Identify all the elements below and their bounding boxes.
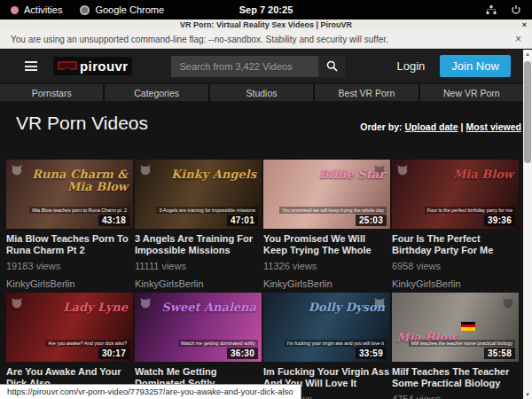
thumbnail-overlay-text: Sweet Analena xyxy=(161,301,256,314)
video-studio-link[interactable]: KinkyGirlsBerlin xyxy=(6,278,133,289)
video-title[interactable]: You Promised We Will Keep Trying The Who… xyxy=(263,233,390,256)
order-by: Order by: Upload date|Most viewed xyxy=(360,121,521,132)
join-now-button[interactable]: Join Now xyxy=(440,55,510,77)
duration-badge: 30:17 xyxy=(98,348,129,359)
studio-cat-watermark-icon xyxy=(11,297,23,309)
menu-icon[interactable] xyxy=(25,61,37,71)
app-menu-label: Google Chrome xyxy=(95,4,164,15)
thumbnail-caption: You promised we will keep trying the who… xyxy=(279,207,387,214)
thumbnail-overlay-text: Mia Blow xyxy=(453,168,513,181)
studio-cat-watermark-icon xyxy=(139,297,152,309)
thumbnail-caption: I'm fucking your virgin ass and you will… xyxy=(285,340,387,347)
video-card[interactable]: Runa Charm & Mia Blow Mia Blow teaches p… xyxy=(6,160,133,293)
thumbnail-caption: Watch me getting dominated softly xyxy=(178,340,258,347)
order-most-viewed-link[interactable]: Most viewed xyxy=(466,121,521,132)
video-card[interactable]: Dolly Dyson I'm fucking your virgin ass … xyxy=(263,293,390,399)
video-thumbnail[interactable]: Dolly Dyson I'm fucking your virgin ass … xyxy=(263,293,390,362)
video-card[interactable]: Billie Star You promised we will keep tr… xyxy=(263,160,390,293)
video-card[interactable]: Sweet Analena Watch me getting dominated… xyxy=(135,293,262,399)
german-flag-icon xyxy=(461,322,475,331)
studio-cat-watermark-icon xyxy=(139,164,152,176)
duration-badge: 36:30 xyxy=(227,348,258,359)
video-studio-link[interactable]: KinkyGirlsBerlin xyxy=(263,278,390,289)
video-grid: Runa Charm & Mia Blow Mia Blow teaches p… xyxy=(6,160,519,399)
video-views: 19183 views xyxy=(6,261,133,271)
thumbnail-caption: Milf teaches the teacher some practical … xyxy=(409,340,515,347)
video-title[interactable]: 3 Angels Are Training For Impossible Mis… xyxy=(135,233,262,256)
duration-badge: 39:36 xyxy=(484,215,515,226)
video-card[interactable]: Kinky Angels 3 Angels are training for i… xyxy=(135,160,262,293)
thumbnail-caption: Are you awake? And your dick also? xyxy=(45,340,129,347)
thumbnail-overlay-text: Billie Star xyxy=(319,168,385,181)
thumbnail-overlay-text: Lady Lyne xyxy=(63,301,128,314)
search-button[interactable] xyxy=(318,56,345,77)
thumbnail-overlay-text: Dolly Dyson xyxy=(309,301,385,314)
infobar-message: You are using an unsupported command-lin… xyxy=(11,35,388,44)
nav-item-categories[interactable]: Categories xyxy=(105,84,207,101)
duration-badge: 25:03 xyxy=(356,215,387,226)
thumbnail-overlay-text: Kinky Angels xyxy=(171,168,256,181)
order-by-label: Order by: xyxy=(360,121,402,132)
order-separator: | xyxy=(461,121,464,132)
status-url-tooltip: https://pirouvr.com/vr-porn-video/779325… xyxy=(0,384,301,399)
video-card[interactable]: Mia Blow Four is the perfect birthday pa… xyxy=(392,160,519,293)
video-studio-link[interactable]: KinkyGirlsBerlin xyxy=(135,278,262,289)
video-title[interactable]: Four Is The Perfect Birthday Party For M… xyxy=(392,233,519,256)
video-views: 4754 views xyxy=(392,394,519,399)
video-thumbnail[interactable]: Lady Lyne Are you awake? And your dick a… xyxy=(6,293,133,362)
video-views: 11111 views xyxy=(135,261,262,271)
app-menu-button[interactable]: Google Chrome xyxy=(80,4,164,15)
video-thumbnail[interactable]: Runa Charm & Mia Blow Mia Blow teaches p… xyxy=(6,160,133,229)
thumbnail-overlay-text: Runa Charm & Mia Blow xyxy=(28,168,128,192)
video-views: 6958 views xyxy=(392,261,519,271)
search-input[interactable] xyxy=(171,56,318,77)
nav-item-new-vr[interactable]: New VR Porn xyxy=(420,84,523,101)
infobar-close-icon[interactable]: × xyxy=(515,33,521,45)
video-thumbnail[interactable]: Mia Blow Milf teaches the teacher some p… xyxy=(392,293,519,362)
main-nav: Pornstars Categories Studios Best VR Por… xyxy=(0,84,523,101)
search-icon xyxy=(326,60,338,72)
video-thumbnail[interactable]: Sweet Analena Watch me getting dominated… xyxy=(135,293,262,362)
video-thumbnail[interactable]: Kinky Angels 3 Angels are training for i… xyxy=(135,160,262,229)
thumbnail-caption: 3 Angels are training for impossible mis… xyxy=(156,207,258,214)
system-top-bar: Activities Google Chrome Sep 7 20:25 xyxy=(0,0,532,20)
thumbnail-caption: Mia Blow teaches porn to Runa Charm pt. … xyxy=(29,207,129,214)
video-title[interactable]: Mia Blow Teaches Porn To Runa Charm Pt 2 xyxy=(6,233,133,256)
page-scrollbar[interactable]: ▲ ▼ xyxy=(523,50,532,399)
browser-infobar: You are using an unsupported command-lin… xyxy=(0,30,532,49)
video-views: 11326 views xyxy=(263,261,390,271)
logo-text: pirouvr xyxy=(80,59,128,74)
activities-button[interactable]: Activities xyxy=(11,4,62,15)
scrollbar-thumb[interactable] xyxy=(524,61,531,163)
thumbnail-caption: Four is the perfect birthday party for m… xyxy=(425,207,515,214)
window-title-bar: VR Porn: Virtual Reality Sex Videos | Pi… xyxy=(0,20,532,30)
duration-badge: 47:01 xyxy=(227,215,258,226)
nav-item-best-vr[interactable]: Best VR Porn xyxy=(315,84,418,101)
chrome-icon xyxy=(80,5,90,15)
power-icon[interactable] xyxy=(511,4,521,15)
video-title[interactable]: Milf Teaches The Teacher Some Practical … xyxy=(392,366,519,389)
window-title: VR Porn: Virtual Reality Sex Videos | Pi… xyxy=(180,20,352,29)
video-studio-link[interactable]: KinkyGirlsBerlin xyxy=(392,278,519,289)
scroll-down-icon[interactable]: ▼ xyxy=(523,390,532,399)
login-button[interactable]: Login xyxy=(396,59,425,73)
studio-cat-watermark-icon xyxy=(11,164,23,176)
recording-indicator-icon xyxy=(11,6,19,14)
vr-headset-icon xyxy=(58,61,77,72)
network-icon[interactable] xyxy=(486,4,497,15)
site-header: pirouvr Login Join Now xyxy=(0,50,523,82)
search-bar xyxy=(171,56,345,77)
video-card[interactable]: Mia Blow Milf teaches the teacher some p… xyxy=(392,293,519,399)
window-close-icon[interactable]: × xyxy=(522,20,527,30)
nav-item-pornstars[interactable]: Pornstars xyxy=(0,84,103,101)
video-thumbnail[interactable]: Billie Star You promised we will keep tr… xyxy=(263,160,390,229)
order-upload-date-link[interactable]: Upload date xyxy=(405,121,458,132)
scroll-up-icon[interactable]: ▲ xyxy=(523,50,532,59)
nav-item-studios[interactable]: Studios xyxy=(210,84,313,101)
activities-label: Activities xyxy=(24,4,62,15)
studio-cat-watermark-icon xyxy=(502,297,514,309)
video-card[interactable]: Lady Lyne Are you awake? And your dick a… xyxy=(6,293,133,399)
duration-badge: 43:18 xyxy=(98,215,129,226)
site-logo[interactable]: pirouvr xyxy=(53,57,132,75)
video-thumbnail[interactable]: Mia Blow Four is the perfect birthday pa… xyxy=(392,160,519,229)
